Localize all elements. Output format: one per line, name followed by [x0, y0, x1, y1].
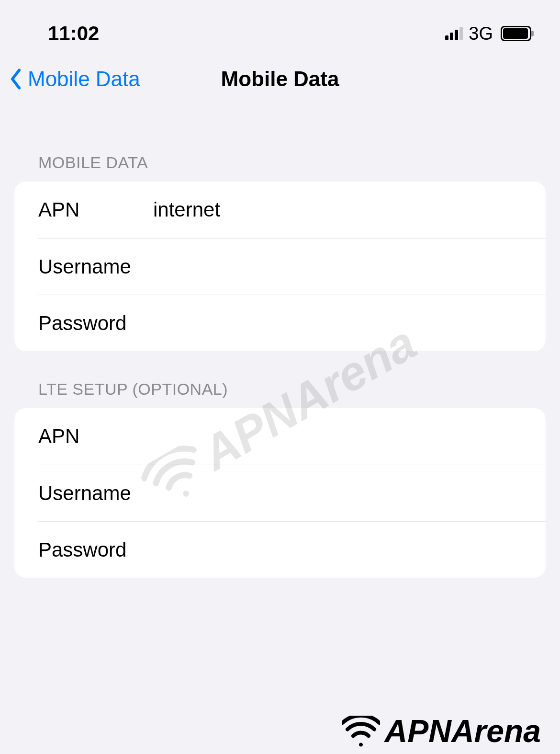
status-right: 3G — [445, 23, 531, 44]
password-label: Password — [38, 538, 153, 561]
apn-label: APN — [38, 198, 153, 221]
status-time: 11:02 — [48, 22, 99, 45]
back-label: Mobile Data — [28, 67, 140, 91]
lte-username-row[interactable]: Username — [38, 465, 546, 521]
lte-password-row[interactable]: Password — [38, 521, 546, 578]
mobile-data-password-input[interactable] — [153, 312, 522, 335]
signal-strength-icon — [445, 27, 463, 40]
mobile-data-password-row[interactable]: Password — [38, 295, 546, 351]
status-bar: 11:02 3G — [0, 0, 560, 48]
section-header-lte-setup: LTE SETUP (OPTIONAL) — [0, 351, 560, 408]
nav-bar: Mobile Data Mobile Data — [0, 48, 560, 115]
password-label: Password — [38, 312, 153, 335]
mobile-data-group: APN Username Password — [14, 182, 546, 351]
back-button[interactable]: Mobile Data — [10, 67, 140, 91]
wifi-icon — [342, 716, 380, 747]
lte-password-input[interactable] — [153, 538, 522, 561]
section-header-mobile-data: MOBILE DATA — [0, 115, 560, 182]
network-type: 3G — [469, 23, 493, 44]
apn-label: APN — [38, 425, 153, 448]
lte-username-input[interactable] — [153, 482, 522, 505]
watermark-text: APNArena — [385, 713, 541, 749]
page-title: Mobile Data — [221, 67, 339, 91]
battery-icon — [501, 26, 531, 41]
lte-setup-group: APN Username Password — [14, 408, 546, 578]
mobile-data-username-input[interactable] — [153, 255, 522, 278]
lte-apn-input[interactable] — [153, 425, 522, 448]
mobile-data-apn-row[interactable]: APN — [14, 182, 546, 238]
chevron-left-icon — [10, 69, 22, 90]
lte-apn-row[interactable]: APN — [14, 408, 546, 465]
mobile-data-username-row[interactable]: Username — [38, 238, 546, 295]
username-label: Username — [38, 255, 153, 278]
watermark-bottom: APNArena — [342, 713, 541, 749]
username-label: Username — [38, 482, 153, 505]
mobile-data-apn-input[interactable] — [153, 198, 522, 221]
